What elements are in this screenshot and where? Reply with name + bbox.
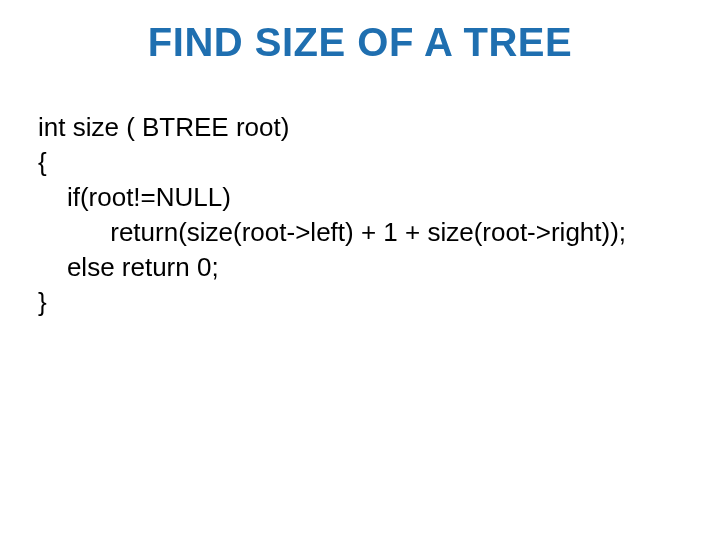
slide-title: FIND SIZE OF A TREE <box>0 20 720 65</box>
code-line-1: int size ( BTREE root) <box>38 112 289 142</box>
code-line-4: return(size(root->left) + 1 + size(root-… <box>38 217 626 247</box>
code-line-5: else return 0; <box>38 252 219 282</box>
slide: FIND SIZE OF A TREE int size ( BTREE roo… <box>0 0 720 540</box>
code-block: int size ( BTREE root) { if(root!=NULL) … <box>38 110 626 321</box>
code-line-6: } <box>38 287 47 317</box>
code-line-2: { <box>38 147 47 177</box>
code-line-3: if(root!=NULL) <box>38 182 231 212</box>
